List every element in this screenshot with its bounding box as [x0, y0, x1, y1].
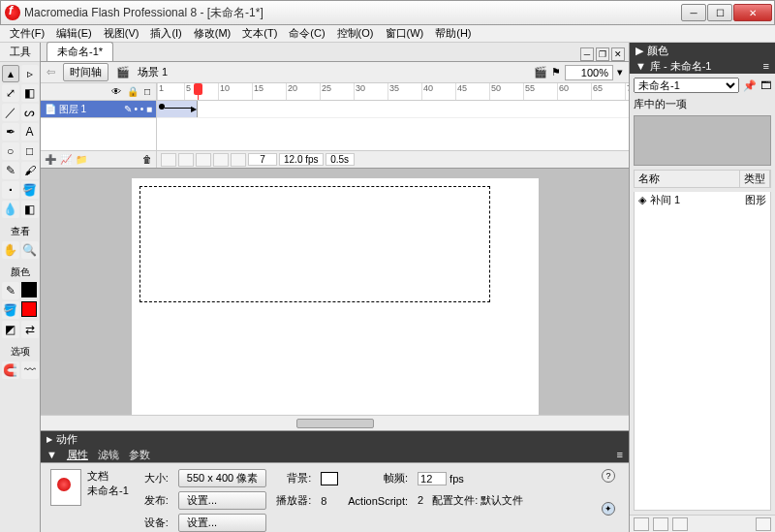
menu-insert[interactable]: 插入(I)	[144, 24, 187, 43]
scene-label[interactable]: 场景 1	[138, 65, 168, 79]
zoom-dropdown-icon[interactable]: ▾	[617, 66, 623, 78]
stage-area[interactable]	[41, 169, 629, 430]
onion-outline-icon[interactable]	[196, 153, 211, 167]
fps-input[interactable]	[418, 472, 447, 485]
menu-control[interactable]: 控制(O)	[331, 24, 380, 43]
layer-row[interactable]: 📄 图层 1 ✎ • • ■	[41, 101, 156, 118]
info-icon[interactable]: ✦	[602, 502, 615, 516]
center-frame-icon[interactable]	[161, 153, 176, 167]
hand-tool-icon[interactable]: ✋	[2, 241, 19, 259]
new-symbol-icon[interactable]	[634, 517, 649, 531]
doc-restore-button[interactable]: ❐	[596, 47, 609, 61]
menu-help[interactable]: 帮助(H)	[429, 24, 477, 43]
help-icon[interactable]: ?	[602, 469, 615, 483]
params-tab[interactable]: 参数	[129, 448, 150, 462]
library-item-row[interactable]: ◈ 补间 1 图形	[635, 192, 770, 208]
eraser-tool-icon[interactable]: ◧	[21, 201, 39, 218]
insert-layer-icon[interactable]: ➕	[45, 154, 56, 165]
oval-tool-icon[interactable]: ○	[2, 142, 19, 160]
stage[interactable]	[132, 178, 539, 430]
pin-icon[interactable]: 📌	[743, 79, 757, 92]
library-panel-header[interactable]: ▼ 库 - 未命名-1 ≡	[630, 58, 775, 74]
menu-commands[interactable]: 命令(C)	[283, 24, 330, 43]
zoom-input[interactable]: 100%	[565, 65, 613, 80]
back-arrow-icon[interactable]: ⇦	[46, 66, 55, 78]
close-button[interactable]: ✕	[733, 4, 772, 21]
gradient-tool-icon[interactable]: ◧	[21, 84, 39, 102]
pencil-tool-icon[interactable]: ✎	[2, 162, 19, 179]
fill-color-icon[interactable]: 🪣	[2, 301, 19, 319]
timeline-track[interactable]: ▶	[157, 101, 629, 118]
swap-colors-icon[interactable]: ⇄	[21, 321, 39, 338]
menu-modify[interactable]: 修改(M)	[188, 24, 237, 43]
bg-color-swatch[interactable]	[321, 472, 338, 485]
menu-view[interactable]: 视图(V)	[98, 24, 145, 43]
timeline-layers: 👁 🔒 □ 📄 图层 1 ✎ • • ■ ➕ 📈 📁 🗑	[41, 83, 157, 168]
delete-layer-icon[interactable]: 🗑	[142, 154, 152, 165]
delete-item-icon[interactable]	[756, 517, 771, 531]
color-panel-header[interactable]: ▶ 颜色	[630, 43, 775, 58]
rectangle-tool-icon[interactable]: □	[21, 142, 39, 160]
line-tool-icon[interactable]: ／	[2, 104, 19, 121]
timeline-ruler[interactable]: 15101520253035404550556065707580	[157, 83, 629, 101]
properties-tab[interactable]: 属性	[67, 448, 88, 462]
snap-option-icon[interactable]: 🧲	[2, 361, 19, 379]
modify-onion-icon[interactable]	[231, 153, 246, 167]
ink-bottle-tool-icon[interactable]: 🞍	[2, 181, 19, 199]
free-transform-tool-icon[interactable]: ⤢	[2, 84, 19, 102]
col-name[interactable]: 名称	[635, 171, 740, 187]
maximize-button[interactable]: ☐	[707, 4, 732, 21]
selection-rectangle[interactable]	[140, 186, 490, 302]
keyframe-start[interactable]	[159, 104, 165, 110]
paint-bucket-tool-icon[interactable]: 🪣	[21, 181, 39, 199]
lasso-tool-icon[interactable]: ᔕ	[21, 104, 39, 121]
horizontal-scrollbar[interactable]	[41, 415, 629, 430]
lock-icon[interactable]: 🔒	[127, 86, 139, 97]
edit-scene-icon[interactable]: 🎬	[534, 66, 547, 78]
menu-text[interactable]: 文本(T)	[236, 24, 283, 43]
menu-edit[interactable]: 编辑(E)	[50, 24, 98, 43]
library-doc-select[interactable]: 未命名-1	[634, 78, 739, 93]
menu-file[interactable]: 文件(F)	[4, 24, 50, 43]
device-settings-button[interactable]: 设置...	[178, 514, 266, 532]
playhead[interactable]	[198, 83, 199, 100]
zoom-tool-icon[interactable]: 🔍	[21, 241, 39, 259]
col-type[interactable]: 类型	[740, 171, 770, 187]
insert-motion-guide-icon[interactable]: 📈	[60, 154, 72, 165]
edit-symbol-icon[interactable]: ⚑	[551, 66, 561, 78]
selection-tool-icon[interactable]: ▴	[2, 65, 19, 82]
properties-panel-header[interactable]: ▼ 属性 滤镜 参数 ≡	[41, 447, 629, 462]
fill-color-swatch[interactable]	[21, 301, 37, 317]
doc-close-button[interactable]: ✕	[611, 47, 625, 61]
publish-settings-button[interactable]: 设置...	[178, 491, 266, 510]
minimize-button[interactable]: ─	[681, 4, 706, 21]
onion-skin-icon[interactable]	[178, 153, 194, 167]
timeline-toggle-button[interactable]: 时间轴	[63, 63, 108, 81]
library-count: 库中的一项	[634, 97, 771, 111]
black-white-icon[interactable]: ◩	[2, 321, 19, 338]
pen-tool-icon[interactable]: ✒	[2, 123, 19, 141]
panel-menu-icon[interactable]: ≡	[763, 60, 769, 72]
doc-minimize-button[interactable]: ─	[580, 47, 594, 61]
stroke-color-swatch[interactable]	[21, 282, 37, 297]
show-hide-icon[interactable]: 👁	[111, 86, 121, 97]
stroke-color-icon[interactable]: ✎	[2, 282, 19, 299]
properties-icon[interactable]	[672, 517, 688, 531]
menu-window[interactable]: 窗口(W)	[380, 24, 430, 43]
new-lib-icon[interactable]: 🗔	[760, 79, 771, 91]
smooth-option-icon[interactable]: 〰	[21, 361, 39, 379]
edit-multiple-icon[interactable]	[213, 153, 229, 167]
subselection-tool-icon[interactable]: ▹	[21, 65, 39, 82]
filters-tab[interactable]: 滤镜	[98, 448, 119, 462]
document-tab[interactable]: 未命名-1*	[46, 42, 113, 61]
brush-tool-icon[interactable]: 🖌	[21, 162, 39, 179]
text-tool-icon[interactable]: A	[21, 123, 39, 141]
new-folder-icon[interactable]	[653, 517, 668, 531]
size-button[interactable]: 550 x 400 像素	[178, 469, 266, 487]
actions-panel-header[interactable]: ▶ 动作	[41, 431, 629, 447]
panel-menu-icon[interactable]: ≡	[617, 449, 623, 460]
outline-icon[interactable]: □	[144, 86, 150, 97]
insert-folder-icon[interactable]: 📁	[76, 154, 87, 165]
eyedropper-tool-icon[interactable]: 💧	[2, 201, 19, 218]
library-list[interactable]: ◈ 补间 1 图形	[634, 192, 771, 511]
